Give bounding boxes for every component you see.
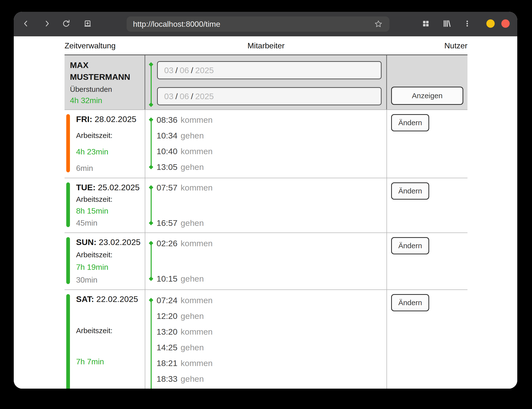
time-entry: 02:26kommen <box>157 235 386 251</box>
aendern-button[interactable]: Ändern <box>391 182 429 200</box>
back-icon[interactable] <box>21 19 30 28</box>
entry-time: 13:05 <box>157 162 177 172</box>
aendern-button[interactable]: Ändern <box>391 294 429 311</box>
time-entry: 07:24kommen <box>157 292 386 308</box>
worktime-label: Arbeitszeit: <box>76 131 143 140</box>
time-entry: 21:34kommen <box>157 387 386 389</box>
action-cell: Ändern <box>387 110 467 178</box>
time-entry: 10:34gehen <box>157 128 386 143</box>
entries-cell: 08:36kommen10:34gehen10:40kommen13:05geh… <box>145 110 387 178</box>
employee-summary-cell: MAX MUSTERMANN Überstunden 4h 32min <box>65 55 145 109</box>
time-entry: 13:20kommen <box>157 324 386 340</box>
anzeigen-button[interactable]: Anzeigen <box>391 87 463 105</box>
action-cell: Ändern <box>387 290 467 389</box>
forward-icon[interactable] <box>43 19 52 28</box>
day-row: SUN: 23.02.2025 Arbeitszeit: 7h 19min 30… <box>65 232 467 289</box>
browser-window: http://localhost:8000/time Zeitverwaltun… <box>14 12 517 389</box>
time-entry: 12:20gehen <box>157 308 386 324</box>
time-entry: 18:33gehen <box>157 371 386 387</box>
nav-item-zeitverwaltung[interactable]: Zeitverwaltung <box>65 40 247 51</box>
worktime-label: Arbeitszeit: <box>76 327 143 335</box>
worktime-secondary: 30min <box>76 275 143 285</box>
entry-type: kommen <box>181 358 213 368</box>
entry-time: 18:21 <box>157 358 177 368</box>
worktime-label: Arbeitszeit: <box>76 195 143 204</box>
entry-type: gehen <box>181 274 204 284</box>
library-icon[interactable] <box>442 19 451 28</box>
time-entry: 08:36kommen <box>157 112 386 128</box>
entry-time: 07:24 <box>157 296 177 305</box>
nav-item-nutzer[interactable]: Nutzer <box>285 40 467 51</box>
entry-time: 10:40 <box>157 147 177 156</box>
entries-cell: 07:24kommen12:20gehen13:20kommen14:25geh… <box>145 290 387 389</box>
close-button[interactable] <box>501 19 510 28</box>
worktime-secondary: 6min <box>76 164 143 173</box>
overtime-label: Überstunden <box>70 85 142 94</box>
date-range-timeline <box>151 65 152 105</box>
entry-type: gehen <box>181 162 204 172</box>
summary-action-cell: Anzeigen <box>387 55 467 109</box>
employee-name: MAX MUSTERMANN <box>70 59 129 83</box>
day-timeline <box>151 120 152 167</box>
entry-time: 08:36 <box>157 115 177 125</box>
date-to-input[interactable]: 03/06/2025 <box>157 87 382 105</box>
date-from-input[interactable]: 03/06/2025 <box>157 61 382 79</box>
time-entry: 18:21kommen <box>157 355 386 371</box>
day-timeline <box>151 188 152 223</box>
time-table: MAX MUSTERMANN Überstunden 4h 32min 03/0… <box>65 55 467 389</box>
worktime-status-bar <box>66 237 70 284</box>
new-tab-icon[interactable] <box>83 19 92 28</box>
day-label: FRI: 28.02.2025 <box>76 114 143 124</box>
action-cell: Ändern <box>387 178 467 232</box>
day-info-cell: SUN: 23.02.2025 Arbeitszeit: 7h 19min 30… <box>65 233 145 289</box>
entry-time: 07:57 <box>157 183 177 192</box>
url-bar[interactable]: http://localhost:8000/time <box>127 16 389 32</box>
day-label: SUN: 23.02.2025 <box>76 237 143 247</box>
nav-item-mitarbeiter[interactable]: Mitarbeiter <box>247 40 284 51</box>
url-text[interactable]: http://localhost:8000/time <box>133 20 220 29</box>
entry-list: 07:57kommen16:57gehen <box>145 178 386 232</box>
entry-type: kommen <box>181 183 213 192</box>
minimize-button[interactable] <box>486 19 495 28</box>
aendern-button[interactable]: Ändern <box>391 114 429 131</box>
entry-type: gehen <box>181 131 204 140</box>
time-entry: 10:15gehen <box>157 271 386 286</box>
time-entry: 13:05gehen <box>157 159 386 175</box>
worktime-status-bar <box>66 182 70 227</box>
worktime-value: 8h 15min <box>76 206 143 216</box>
worktime-value: 7h 7min <box>76 357 143 366</box>
time-entry: 10:40kommen <box>157 143 386 159</box>
day-label: SAT: 22.02.2025 <box>76 294 143 304</box>
day-label: TUE: 25.02.2025 <box>76 183 143 192</box>
day-info-cell: SAT: 22.02.2025 Arbeitszeit: 7h 7min 7h … <box>65 290 145 389</box>
day-info-cell: FRI: 28.02.2025 Arbeitszeit: 4h 23min 6m… <box>65 110 145 178</box>
aendern-button[interactable]: Ändern <box>391 237 429 254</box>
entry-type: kommen <box>181 239 213 248</box>
entry-type: gehen <box>181 343 204 352</box>
reload-icon[interactable] <box>62 19 71 28</box>
entry-type: kommen <box>181 115 213 125</box>
entry-list: 02:26kommen10:15gehen <box>145 233 386 289</box>
entry-time: 13:20 <box>157 327 177 337</box>
entry-time: 02:26 <box>157 239 177 248</box>
entry-time: 10:34 <box>157 131 177 140</box>
time-page: Zeitverwaltung Mitarbeiter Nutzer MAX MU… <box>14 36 517 389</box>
entry-type: kommen <box>181 296 213 305</box>
worktime-status-bar <box>66 114 70 172</box>
kebab-menu-icon[interactable] <box>463 19 472 28</box>
worktime-value: 4h 23min <box>76 147 143 156</box>
tab-grid-icon[interactable] <box>421 19 430 28</box>
day-timeline <box>151 300 152 389</box>
day-timeline <box>151 243 152 279</box>
day-rows: FRI: 28.02.2025 Arbeitszeit: 4h 23min 6m… <box>65 109 467 389</box>
entry-type: gehen <box>181 311 204 321</box>
day-row: SAT: 22.02.2025 Arbeitszeit: 7h 7min 7h … <box>65 289 467 389</box>
overtime-value: 4h 32min <box>70 96 142 105</box>
entry-time: 18:33 <box>157 374 177 384</box>
bookmark-star-icon[interactable] <box>374 19 383 29</box>
time-entry: 16:57gehen <box>157 215 386 231</box>
browser-titlebar: http://localhost:8000/time <box>14 12 517 36</box>
action-cell: Ändern <box>387 233 467 289</box>
summary-header: MAX MUSTERMANN Überstunden 4h 32min 03/0… <box>65 55 467 109</box>
day-row: TUE: 25.02.2025 Arbeitszeit: 8h 15min 45… <box>65 178 467 232</box>
